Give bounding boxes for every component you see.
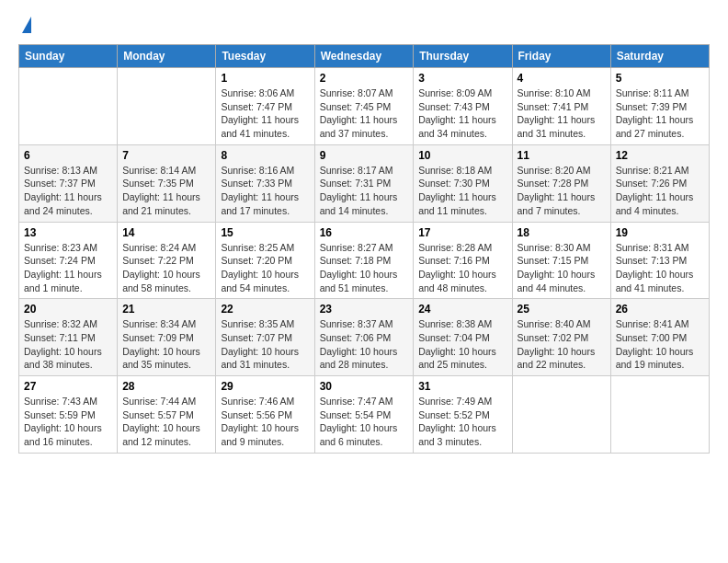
day-info: Sunrise: 8:18 AMSunset: 7:30 PMDaylight:…: [418, 164, 506, 218]
weekday-header: Friday: [512, 45, 610, 68]
day-info: Sunrise: 8:09 AMSunset: 7:43 PMDaylight:…: [418, 86, 506, 141]
logo: [18, 15, 31, 33]
calendar-table: SundayMondayTuesdayWednesdayThursdayFrid…: [18, 44, 710, 454]
calendar-cell: 17Sunrise: 8:28 AMSunset: 7:16 PMDayligh…: [414, 222, 512, 299]
calendar-cell: 11Sunrise: 8:20 AMSunset: 7:28 PMDayligh…: [512, 144, 610, 222]
day-number: 6: [24, 149, 112, 162]
day-info: Sunrise: 7:49 AMSunset: 5:52 PMDaylight:…: [418, 395, 506, 449]
calendar-cell: [610, 376, 709, 454]
day-number: 2: [320, 72, 409, 85]
calendar-cell: 16Sunrise: 8:27 AMSunset: 7:18 PMDayligh…: [314, 222, 414, 299]
day-info: Sunrise: 8:11 AMSunset: 7:39 PMDaylight:…: [616, 86, 704, 141]
day-info: Sunrise: 8:06 AMSunset: 7:47 PMDaylight:…: [221, 86, 309, 141]
weekday-header: Wednesday: [314, 45, 414, 68]
header: [18, 15, 710, 33]
page: SundayMondayTuesdayWednesdayThursdayFrid…: [0, 0, 728, 563]
day-info: Sunrise: 8:17 AMSunset: 7:31 PMDaylight:…: [320, 164, 409, 218]
day-number: 28: [122, 380, 210, 393]
calendar-cell: 24Sunrise: 8:38 AMSunset: 7:04 PMDayligh…: [414, 299, 512, 376]
day-number: 19: [616, 226, 704, 239]
day-info: Sunrise: 7:46 AMSunset: 5:56 PMDaylight:…: [221, 395, 309, 449]
calendar-cell: [512, 376, 610, 454]
day-info: Sunrise: 8:41 AMSunset: 7:00 PMDaylight:…: [616, 317, 704, 372]
calendar-cell: 12Sunrise: 8:21 AMSunset: 7:26 PMDayligh…: [610, 144, 709, 222]
calendar-cell: [19, 68, 118, 145]
calendar-cell: 15Sunrise: 8:25 AMSunset: 7:20 PMDayligh…: [216, 222, 314, 299]
day-info: Sunrise: 8:28 AMSunset: 7:16 PMDaylight:…: [418, 241, 506, 295]
weekday-header: Saturday: [610, 45, 709, 68]
calendar-cell: 31Sunrise: 7:49 AMSunset: 5:52 PMDayligh…: [414, 376, 512, 454]
calendar-cell: 10Sunrise: 8:18 AMSunset: 7:30 PMDayligh…: [414, 144, 512, 222]
day-number: 1: [221, 72, 309, 85]
day-number: 8: [221, 149, 309, 162]
calendar-cell: [118, 68, 216, 145]
day-info: Sunrise: 8:32 AMSunset: 7:11 PMDaylight:…: [24, 317, 112, 372]
day-info: Sunrise: 8:31 AMSunset: 7:13 PMDaylight:…: [616, 241, 704, 295]
weekday-header: Thursday: [414, 45, 512, 68]
day-number: 5: [616, 72, 704, 85]
day-info: Sunrise: 8:25 AMSunset: 7:20 PMDaylight:…: [221, 241, 309, 295]
day-number: 12: [616, 149, 704, 162]
day-number: 3: [418, 72, 506, 85]
day-info: Sunrise: 8:10 AMSunset: 7:41 PMDaylight:…: [518, 86, 606, 141]
weekday-header: Monday: [118, 45, 216, 68]
day-number: 21: [122, 303, 210, 316]
calendar-cell: 3Sunrise: 8:09 AMSunset: 7:43 PMDaylight…: [414, 68, 512, 145]
calendar-cell: 6Sunrise: 8:13 AMSunset: 7:37 PMDaylight…: [19, 144, 118, 222]
calendar-cell: 19Sunrise: 8:31 AMSunset: 7:13 PMDayligh…: [610, 222, 709, 299]
day-number: 11: [518, 149, 606, 162]
day-info: Sunrise: 8:20 AMSunset: 7:28 PMDaylight:…: [518, 164, 606, 218]
day-info: Sunrise: 8:23 AMSunset: 7:24 PMDaylight:…: [24, 241, 112, 295]
day-number: 22: [221, 303, 309, 316]
calendar-cell: 26Sunrise: 8:41 AMSunset: 7:00 PMDayligh…: [610, 299, 709, 376]
day-number: 17: [418, 226, 506, 239]
calendar-cell: 21Sunrise: 8:34 AMSunset: 7:09 PMDayligh…: [118, 299, 216, 376]
calendar-cell: 29Sunrise: 7:46 AMSunset: 5:56 PMDayligh…: [216, 376, 314, 454]
calendar-cell: 13Sunrise: 8:23 AMSunset: 7:24 PMDayligh…: [19, 222, 118, 299]
day-info: Sunrise: 7:43 AMSunset: 5:59 PMDaylight:…: [24, 395, 112, 449]
logo-triangle-icon: [22, 17, 31, 33]
calendar-cell: 4Sunrise: 8:10 AMSunset: 7:41 PMDaylight…: [512, 68, 610, 145]
weekday-header: Sunday: [19, 45, 118, 68]
day-number: 4: [518, 72, 606, 85]
calendar-week-row: 13Sunrise: 8:23 AMSunset: 7:24 PMDayligh…: [19, 222, 710, 299]
day-number: 25: [518, 303, 606, 316]
calendar-cell: 23Sunrise: 8:37 AMSunset: 7:06 PMDayligh…: [314, 299, 414, 376]
day-info: Sunrise: 8:13 AMSunset: 7:37 PMDaylight:…: [24, 164, 112, 218]
calendar-header-row: SundayMondayTuesdayWednesdayThursdayFrid…: [19, 45, 710, 68]
calendar-week-row: 27Sunrise: 7:43 AMSunset: 5:59 PMDayligh…: [19, 376, 710, 454]
calendar-cell: 18Sunrise: 8:30 AMSunset: 7:15 PMDayligh…: [512, 222, 610, 299]
day-info: Sunrise: 8:35 AMSunset: 7:07 PMDaylight:…: [221, 317, 309, 372]
day-number: 29: [221, 380, 309, 393]
day-number: 16: [320, 226, 409, 239]
day-number: 15: [221, 226, 309, 239]
calendar-cell: 9Sunrise: 8:17 AMSunset: 7:31 PMDaylight…: [314, 144, 414, 222]
day-info: Sunrise: 8:34 AMSunset: 7:09 PMDaylight:…: [122, 317, 210, 372]
day-number: 7: [122, 149, 210, 162]
calendar-cell: 5Sunrise: 8:11 AMSunset: 7:39 PMDaylight…: [610, 68, 709, 145]
calendar-cell: 20Sunrise: 8:32 AMSunset: 7:11 PMDayligh…: [19, 299, 118, 376]
day-number: 13: [24, 226, 112, 239]
day-info: Sunrise: 8:07 AMSunset: 7:45 PMDaylight:…: [320, 86, 409, 141]
day-info: Sunrise: 7:47 AMSunset: 5:54 PMDaylight:…: [320, 395, 409, 449]
day-number: 26: [616, 303, 704, 316]
day-info: Sunrise: 8:40 AMSunset: 7:02 PMDaylight:…: [518, 317, 606, 372]
day-info: Sunrise: 8:37 AMSunset: 7:06 PMDaylight:…: [320, 317, 409, 372]
day-number: 24: [418, 303, 506, 316]
day-number: 31: [418, 380, 506, 393]
calendar-cell: 25Sunrise: 8:40 AMSunset: 7:02 PMDayligh…: [512, 299, 610, 376]
day-number: 9: [320, 149, 409, 162]
day-number: 18: [518, 226, 606, 239]
day-number: 10: [418, 149, 506, 162]
calendar-cell: 8Sunrise: 8:16 AMSunset: 7:33 PMDaylight…: [216, 144, 314, 222]
calendar-cell: 22Sunrise: 8:35 AMSunset: 7:07 PMDayligh…: [216, 299, 314, 376]
calendar-cell: 14Sunrise: 8:24 AMSunset: 7:22 PMDayligh…: [118, 222, 216, 299]
day-info: Sunrise: 8:21 AMSunset: 7:26 PMDaylight:…: [616, 164, 704, 218]
calendar-cell: 28Sunrise: 7:44 AMSunset: 5:57 PMDayligh…: [118, 376, 216, 454]
day-info: Sunrise: 8:30 AMSunset: 7:15 PMDaylight:…: [518, 241, 606, 295]
calendar-cell: 2Sunrise: 8:07 AMSunset: 7:45 PMDaylight…: [314, 68, 414, 145]
day-number: 27: [24, 380, 112, 393]
calendar-week-row: 6Sunrise: 8:13 AMSunset: 7:37 PMDaylight…: [19, 144, 710, 222]
day-number: 23: [320, 303, 409, 316]
day-number: 30: [320, 380, 409, 393]
